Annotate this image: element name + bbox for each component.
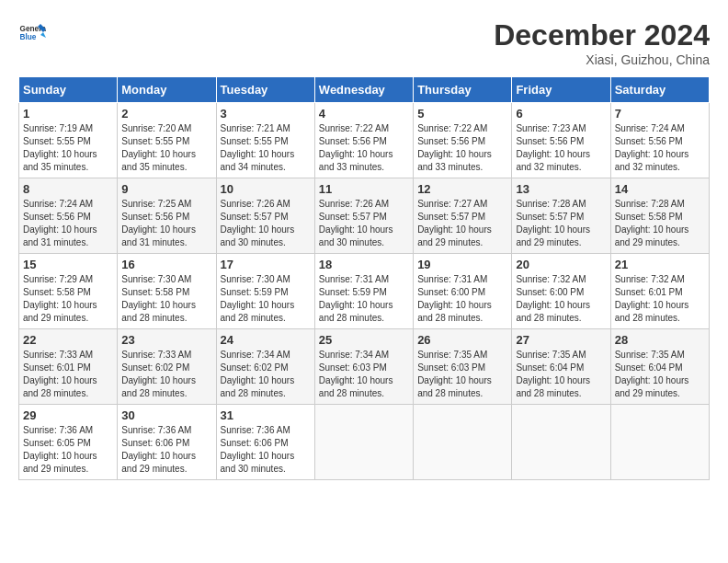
table-row: 12Sunrise: 7:27 AM Sunset: 5:57 PM Dayli… — [414, 178, 512, 254]
day-info: Sunrise: 7:26 AM Sunset: 5:57 PM Dayligh… — [319, 198, 409, 249]
day-number: 29 — [23, 408, 113, 422]
table-row: 9Sunrise: 7:25 AM Sunset: 5:56 PM Daylig… — [118, 178, 216, 254]
day-info: Sunrise: 7:31 AM Sunset: 6:00 PM Dayligh… — [417, 273, 507, 325]
table-row: 22Sunrise: 7:33 AM Sunset: 6:01 PM Dayli… — [19, 329, 118, 405]
calendar-week-row: 29Sunrise: 7:36 AM Sunset: 6:05 PM Dayli… — [19, 405, 710, 480]
table-row: 18Sunrise: 7:31 AM Sunset: 5:59 PM Dayli… — [314, 254, 413, 329]
table-row: 13Sunrise: 7:28 AM Sunset: 5:57 PM Dayli… — [512, 178, 610, 254]
table-row — [314, 405, 413, 480]
day-number: 21 — [615, 258, 705, 271]
header-saturday: Saturday — [610, 77, 709, 103]
calendar-week-row: 8Sunrise: 7:24 AM Sunset: 5:56 PM Daylig… — [19, 178, 710, 254]
table-row: 30Sunrise: 7:36 AM Sunset: 6:06 PM Dayli… — [118, 405, 216, 480]
day-number: 12 — [417, 182, 507, 196]
table-row: 5Sunrise: 7:22 AM Sunset: 5:56 PM Daylig… — [414, 103, 512, 178]
header-wednesday: Wednesday — [314, 77, 413, 103]
calendar-header-row: Sunday Monday Tuesday Wednesday Thursday… — [19, 77, 710, 103]
day-info: Sunrise: 7:26 AM Sunset: 5:57 PM Dayligh… — [221, 198, 311, 249]
table-row: 21Sunrise: 7:32 AM Sunset: 6:01 PM Dayli… — [610, 254, 709, 329]
table-row: 31Sunrise: 7:36 AM Sunset: 6:06 PM Dayli… — [216, 405, 314, 480]
day-number: 1 — [23, 107, 113, 121]
day-info: Sunrise: 7:24 AM Sunset: 5:56 PM Dayligh… — [23, 198, 113, 249]
day-number: 3 — [221, 107, 311, 121]
location: Xiasi, Guizhou, China — [494, 52, 710, 67]
table-row: 17Sunrise: 7:30 AM Sunset: 5:59 PM Dayli… — [216, 254, 314, 329]
day-number: 13 — [516, 182, 606, 196]
day-info: Sunrise: 7:34 AM Sunset: 6:02 PM Dayligh… — [221, 349, 311, 400]
day-number: 8 — [23, 182, 113, 196]
table-row: 1Sunrise: 7:19 AM Sunset: 5:55 PM Daylig… — [19, 103, 118, 178]
calendar-week-row: 22Sunrise: 7:33 AM Sunset: 6:01 PM Dayli… — [19, 329, 710, 405]
day-info: Sunrise: 7:27 AM Sunset: 5:57 PM Dayligh… — [417, 198, 507, 249]
day-number: 4 — [319, 107, 409, 121]
table-row: 15Sunrise: 7:29 AM Sunset: 5:58 PM Dayli… — [19, 254, 118, 329]
day-info: Sunrise: 7:35 AM Sunset: 6:04 PM Dayligh… — [615, 349, 705, 400]
table-row: 29Sunrise: 7:36 AM Sunset: 6:05 PM Dayli… — [19, 405, 118, 480]
day-info: Sunrise: 7:19 AM Sunset: 5:55 PM Dayligh… — [23, 122, 113, 174]
day-number: 14 — [615, 182, 705, 196]
day-number: 6 — [516, 107, 606, 121]
page-header: General Blue December 2024 Xiasi, Guizho… — [18, 18, 710, 67]
day-info: Sunrise: 7:32 AM Sunset: 6:00 PM Dayligh… — [516, 273, 606, 325]
header-monday: Monday — [118, 77, 216, 103]
day-info: Sunrise: 7:28 AM Sunset: 5:57 PM Dayligh… — [516, 198, 606, 249]
day-number: 2 — [121, 107, 211, 121]
day-number: 23 — [121, 333, 211, 347]
day-info: Sunrise: 7:33 AM Sunset: 6:01 PM Dayligh… — [23, 349, 113, 400]
day-number: 7 — [615, 107, 705, 121]
day-info: Sunrise: 7:28 AM Sunset: 5:58 PM Dayligh… — [615, 198, 705, 249]
table-row: 14Sunrise: 7:28 AM Sunset: 5:58 PM Dayli… — [610, 178, 709, 254]
day-info: Sunrise: 7:21 AM Sunset: 5:55 PM Dayligh… — [221, 122, 311, 174]
day-number: 26 — [417, 333, 507, 347]
day-info: Sunrise: 7:32 AM Sunset: 6:01 PM Dayligh… — [615, 273, 705, 325]
day-number: 20 — [516, 258, 606, 271]
table-row: 24Sunrise: 7:34 AM Sunset: 6:02 PM Dayli… — [216, 329, 314, 405]
table-row: 23Sunrise: 7:33 AM Sunset: 6:02 PM Dayli… — [118, 329, 216, 405]
header-tuesday: Tuesday — [216, 77, 314, 103]
day-number: 16 — [121, 258, 211, 271]
day-number: 11 — [319, 182, 409, 196]
header-sunday: Sunday — [19, 77, 118, 103]
day-number: 9 — [121, 182, 211, 196]
table-row: 25Sunrise: 7:34 AM Sunset: 6:03 PM Dayli… — [314, 329, 413, 405]
table-row: 4Sunrise: 7:22 AM Sunset: 5:56 PM Daylig… — [314, 103, 413, 178]
day-info: Sunrise: 7:34 AM Sunset: 6:03 PM Dayligh… — [319, 349, 409, 400]
calendar-week-row: 15Sunrise: 7:29 AM Sunset: 5:58 PM Dayli… — [19, 254, 710, 329]
svg-text:Blue: Blue — [20, 33, 37, 41]
day-number: 27 — [516, 333, 606, 347]
table-row: 27Sunrise: 7:35 AM Sunset: 6:04 PM Dayli… — [512, 329, 610, 405]
table-row — [414, 405, 512, 480]
table-row: 10Sunrise: 7:26 AM Sunset: 5:57 PM Dayli… — [216, 178, 314, 254]
day-info: Sunrise: 7:36 AM Sunset: 6:06 PM Dayligh… — [221, 424, 311, 476]
table-row: 19Sunrise: 7:31 AM Sunset: 6:00 PM Dayli… — [414, 254, 512, 329]
title-block: December 2024 Xiasi, Guizhou, China — [494, 18, 710, 67]
table-row — [512, 405, 610, 480]
day-number: 18 — [319, 258, 409, 271]
day-number: 17 — [221, 258, 311, 271]
day-number: 31 — [221, 408, 311, 422]
day-number: 22 — [23, 333, 113, 347]
table-row: 6Sunrise: 7:23 AM Sunset: 5:56 PM Daylig… — [512, 103, 610, 178]
day-number: 30 — [121, 408, 211, 422]
table-row: 26Sunrise: 7:35 AM Sunset: 6:03 PM Dayli… — [414, 329, 512, 405]
day-info: Sunrise: 7:33 AM Sunset: 6:02 PM Dayligh… — [121, 349, 211, 400]
table-row — [610, 405, 709, 480]
day-number: 19 — [417, 258, 507, 271]
day-info: Sunrise: 7:24 AM Sunset: 5:56 PM Dayligh… — [615, 122, 705, 174]
logo-icon: General Blue — [18, 18, 46, 46]
day-info: Sunrise: 7:30 AM Sunset: 5:58 PM Dayligh… — [121, 273, 211, 325]
day-info: Sunrise: 7:22 AM Sunset: 5:56 PM Dayligh… — [319, 122, 409, 174]
table-row: 11Sunrise: 7:26 AM Sunset: 5:57 PM Dayli… — [314, 178, 413, 254]
table-row: 8Sunrise: 7:24 AM Sunset: 5:56 PM Daylig… — [19, 178, 118, 254]
day-info: Sunrise: 7:30 AM Sunset: 5:59 PM Dayligh… — [221, 273, 311, 325]
day-info: Sunrise: 7:23 AM Sunset: 5:56 PM Dayligh… — [516, 122, 606, 174]
day-number: 15 — [23, 258, 113, 271]
day-info: Sunrise: 7:29 AM Sunset: 5:58 PM Dayligh… — [23, 273, 113, 325]
day-info: Sunrise: 7:36 AM Sunset: 6:06 PM Dayligh… — [121, 424, 211, 476]
svg-marker-3 — [40, 32, 46, 38]
day-info: Sunrise: 7:36 AM Sunset: 6:05 PM Dayligh… — [23, 424, 113, 476]
day-info: Sunrise: 7:22 AM Sunset: 5:56 PM Dayligh… — [417, 122, 507, 174]
table-row: 3Sunrise: 7:21 AM Sunset: 5:55 PM Daylig… — [216, 103, 314, 178]
month-title: December 2024 — [494, 18, 710, 52]
day-number: 10 — [221, 182, 311, 196]
